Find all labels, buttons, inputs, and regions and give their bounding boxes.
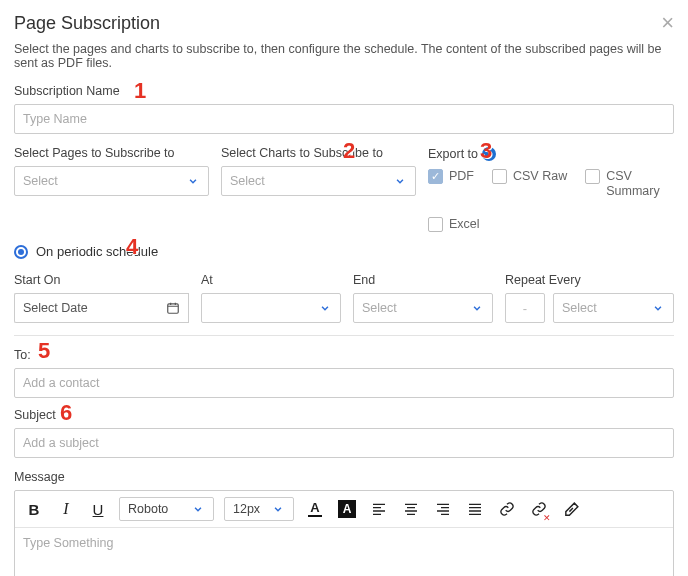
underline-button[interactable]: U: [87, 498, 109, 520]
svg-rect-0: [167, 304, 178, 313]
subject-input[interactable]: [14, 428, 674, 458]
editor-toolbar: B I U Roboto 12px A A: [15, 491, 673, 528]
export-csvraw-checkbox[interactable]: CSV Raw: [492, 169, 567, 184]
export-pdf-checkbox[interactable]: ✓ PDF: [428, 169, 474, 184]
select-pages-label: Select Pages to Subscribe to: [14, 146, 209, 160]
chevron-down-icon: [186, 174, 200, 188]
repeat-unit-dropdown[interactable]: Select: [553, 293, 674, 323]
chevron-down-icon: [651, 301, 665, 315]
message-editor: B I U Roboto 12px A A: [14, 490, 674, 576]
export-csvsummary-checkbox[interactable]: CSV Summary: [585, 169, 666, 199]
repeat-every-label: Repeat Every: [505, 273, 674, 287]
end-dropdown[interactable]: Select: [353, 293, 493, 323]
select-charts-placeholder: Select: [230, 174, 265, 188]
to-label: To:: [14, 348, 674, 362]
info-icon[interactable]: i: [482, 147, 496, 161]
font-family-select[interactable]: Roboto: [119, 497, 214, 521]
calendar-icon[interactable]: [157, 293, 189, 323]
subscription-name-label: Subscription Name: [14, 84, 674, 98]
end-label: End: [353, 273, 493, 287]
subscription-name-input[interactable]: [14, 104, 674, 134]
align-justify-button[interactable]: [464, 498, 486, 520]
checkmark-icon: ✓: [428, 169, 443, 184]
at-label: At: [201, 273, 341, 287]
select-charts-label: Select Charts to Subscribe to: [221, 146, 416, 160]
italic-button[interactable]: I: [55, 498, 77, 520]
chevron-down-icon: [470, 301, 484, 315]
subject-label: Subject: [14, 408, 674, 422]
text-highlight-button[interactable]: A: [336, 498, 358, 520]
at-dropdown[interactable]: [201, 293, 341, 323]
link-button[interactable]: [496, 498, 518, 520]
chevron-down-icon: [191, 502, 205, 516]
repeat-count-input[interactable]: -: [505, 293, 545, 323]
bold-button[interactable]: B: [23, 498, 45, 520]
end-placeholder: Select: [362, 301, 397, 315]
export-excel-checkbox[interactable]: Excel: [428, 217, 480, 232]
text-color-button[interactable]: A: [304, 498, 326, 520]
chevron-down-icon: [271, 502, 285, 516]
to-input[interactable]: [14, 368, 674, 398]
unlink-button[interactable]: ✕: [528, 498, 550, 520]
close-icon[interactable]: ×: [661, 12, 674, 34]
message-textarea[interactable]: Type Something: [15, 528, 673, 576]
select-pages-placeholder: Select: [23, 174, 58, 188]
select-charts-dropdown[interactable]: Select: [221, 166, 416, 196]
eraser-button[interactable]: [560, 498, 582, 520]
repeat-placeholder: Select: [562, 301, 597, 315]
font-size-select[interactable]: 12px: [224, 497, 294, 521]
periodic-schedule-radio[interactable]: [14, 245, 28, 259]
chevron-down-icon: [393, 174, 407, 188]
periodic-schedule-label: On periodic schedule: [36, 244, 158, 259]
align-left-button[interactable]: [368, 498, 390, 520]
divider: [14, 335, 674, 336]
start-on-label: Start On: [14, 273, 189, 287]
message-label: Message: [14, 470, 674, 484]
align-center-button[interactable]: [400, 498, 422, 520]
export-to-label: Export to i: [428, 147, 496, 161]
start-on-placeholder: Select Date: [23, 301, 88, 315]
align-right-button[interactable]: [432, 498, 454, 520]
page-subscription-modal: Page Subscription × Select the pages and…: [0, 0, 688, 576]
chevron-down-icon: [318, 301, 332, 315]
modal-subtitle: Select the pages and charts to subscribe…: [14, 42, 674, 70]
modal-title: Page Subscription: [14, 13, 160, 34]
select-pages-dropdown[interactable]: Select: [14, 166, 209, 196]
start-on-date-input[interactable]: Select Date: [14, 293, 157, 323]
